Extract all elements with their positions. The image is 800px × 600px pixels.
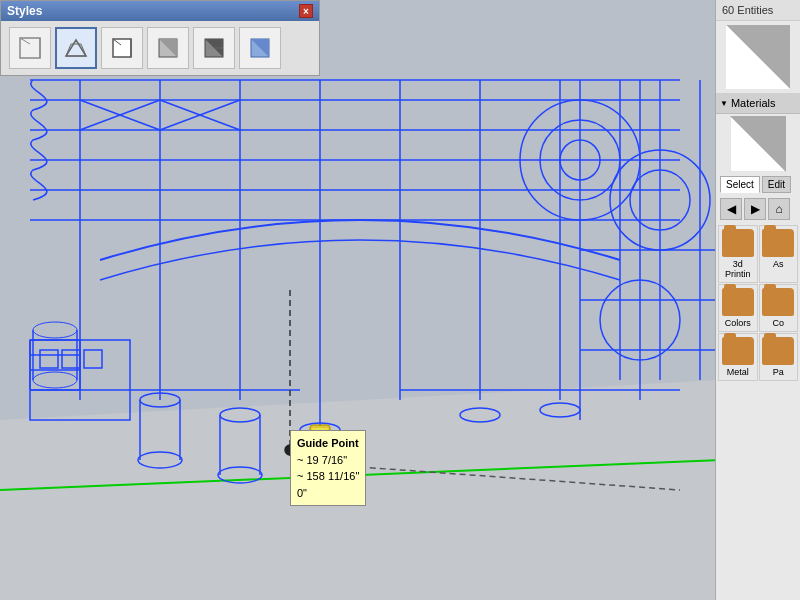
main-container: Styles × — [0, 0, 800, 600]
folder-icon-colors — [722, 288, 754, 316]
folder-icon-metal — [722, 337, 754, 365]
folder-colors[interactable]: Colors — [718, 284, 758, 332]
guide-x: ~ 19 7/16" — [297, 452, 359, 469]
style-icon-2d-wireframe[interactable] — [9, 27, 51, 69]
styles-panel: Styles × — [0, 0, 320, 76]
style-icon-3d-wireframe[interactable] — [55, 27, 97, 69]
folder-label-as: As — [773, 259, 784, 269]
triangle-icon: ▼ — [720, 99, 728, 108]
guide-z: 0" — [297, 485, 359, 502]
folder-label-co: Co — [772, 318, 784, 328]
nav-forward-button[interactable]: ▶ — [744, 198, 766, 220]
style-icon-shaded-textured[interactable] — [193, 27, 235, 69]
style-icon-shaded[interactable] — [147, 27, 189, 69]
nav-home-button[interactable]: ⌂ — [768, 198, 790, 220]
guide-tooltip: Guide Point ~ 19 7/16" ~ 158 11/16" 0" — [290, 430, 366, 506]
styles-titlebar: Styles × — [1, 1, 319, 21]
tab-edit[interactable]: Edit — [762, 176, 791, 193]
entities-count: 60 Entities — [716, 0, 800, 21]
svg-rect-0 — [20, 38, 40, 58]
svg-line-1 — [20, 38, 30, 44]
material-preview — [726, 25, 790, 89]
viewport[interactable]: Styles × — [0, 0, 715, 600]
folder-label-pa: Pa — [773, 367, 784, 377]
styles-close-button[interactable]: × — [299, 4, 313, 18]
materials-label: Materials — [731, 97, 776, 109]
folder-icon-3d-printing — [722, 229, 754, 257]
styles-icons-row — [1, 21, 319, 75]
nav-back-button[interactable]: ◀ — [720, 198, 742, 220]
materials-header: ▼ Materials — [716, 93, 800, 114]
nav-buttons: ◀ ▶ ⌂ — [716, 195, 800, 223]
folder-co[interactable]: Co — [759, 284, 799, 332]
guide-title: Guide Point — [297, 435, 359, 452]
folder-icon-co — [762, 288, 794, 316]
wireframe-svg — [0, 0, 715, 600]
svg-rect-5 — [113, 39, 131, 57]
svg-marker-4 — [66, 44, 86, 56]
folder-as[interactable]: As — [759, 225, 799, 283]
guide-y: ~ 158 11/16" — [297, 468, 359, 485]
folder-label-metal: Metal — [727, 367, 749, 377]
folder-grid: 3d Printin As Colors Co Metal Pa — [716, 223, 800, 383]
folder-3d-printing[interactable]: 3d Printin — [718, 225, 758, 283]
folder-icon-as — [762, 229, 794, 257]
folder-label-3d-printing: 3d Printin — [721, 259, 755, 279]
style-icon-monochrome[interactable] — [239, 27, 281, 69]
materials-tabs: Select Edit — [716, 174, 800, 195]
tab-select[interactable]: Select — [720, 176, 760, 193]
folder-label-colors: Colors — [725, 318, 751, 328]
folder-pa[interactable]: Pa — [759, 333, 799, 381]
material-preview-small — [730, 116, 786, 172]
folder-metal[interactable]: Metal — [718, 333, 758, 381]
style-icon-hidden-line[interactable] — [101, 27, 143, 69]
right-panel: 60 Entities ▼ Materials Select Edit ◀ — [715, 0, 800, 600]
styles-title: Styles — [7, 4, 42, 18]
folder-icon-pa — [762, 337, 794, 365]
